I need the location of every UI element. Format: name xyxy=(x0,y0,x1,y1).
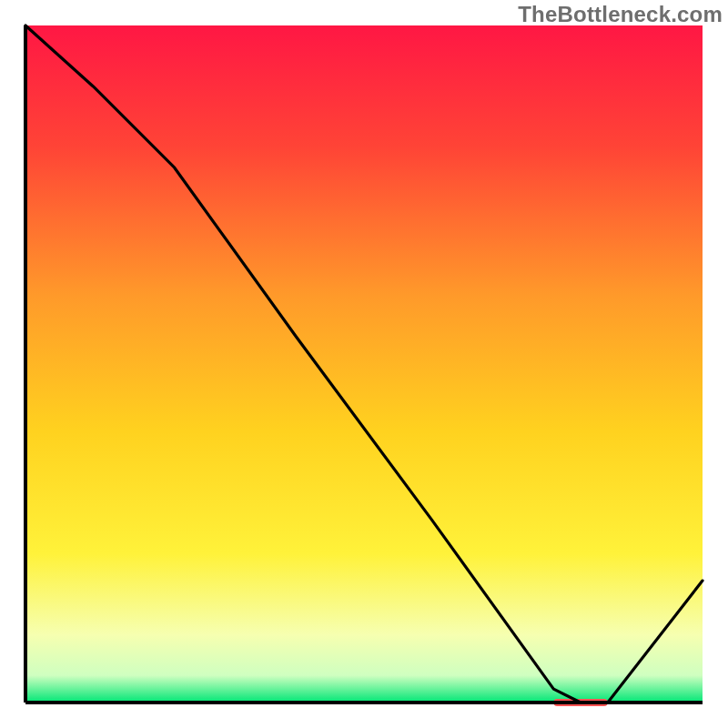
watermark-label: TheBottleneck.com xyxy=(518,2,723,27)
chart-stage: TheBottleneck.com xyxy=(0,0,728,728)
bottleneck-chart xyxy=(0,0,728,728)
plot-background xyxy=(25,25,703,703)
